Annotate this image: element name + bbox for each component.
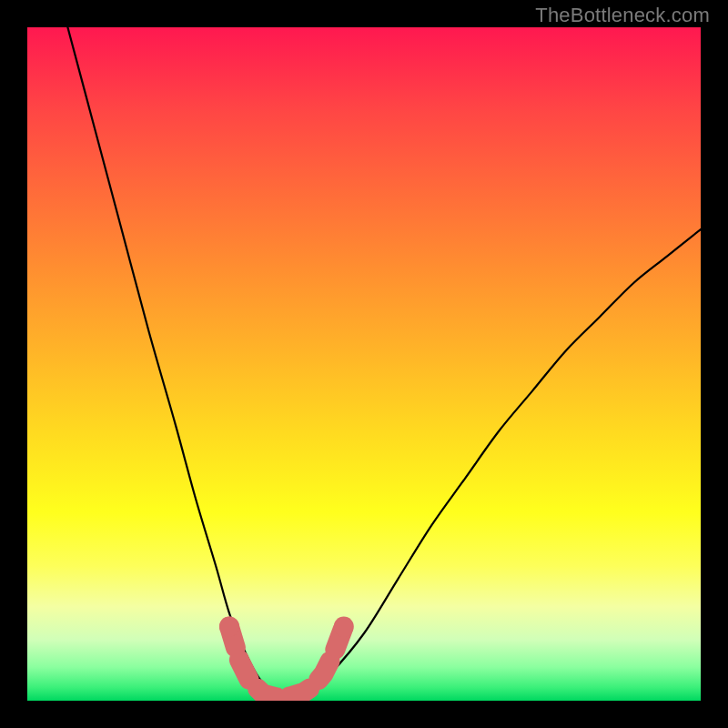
plot-area bbox=[27, 27, 701, 701]
chart-container: { "watermark": "TheBottleneck.com", "cha… bbox=[0, 0, 728, 728]
curve-line bbox=[67, 27, 701, 698]
highlight-dot bbox=[219, 617, 239, 637]
highlight-segments bbox=[229, 627, 344, 698]
highlight-dot bbox=[334, 617, 354, 637]
watermark-text: TheBottleneck.com bbox=[535, 4, 710, 27]
chart-svg bbox=[27, 27, 701, 701]
marker-group bbox=[219, 617, 354, 698]
